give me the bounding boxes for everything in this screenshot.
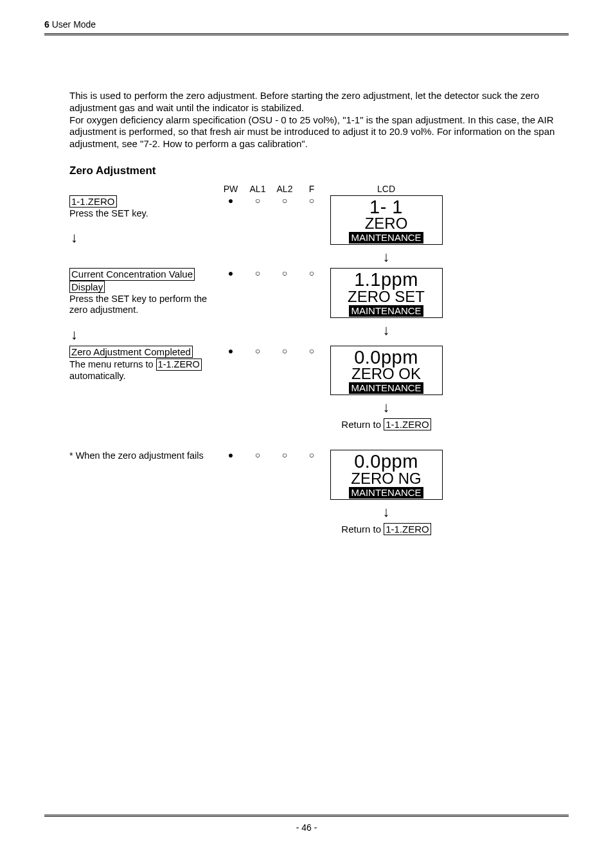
step-2-f-led	[298, 268, 325, 278]
step-3-desc-suffix: automatically.	[69, 371, 126, 381]
step-1-al1-led	[244, 195, 271, 206]
step-3-pw-led	[217, 346, 244, 356]
step-1-left: 1-1.ZERO Press the SET key.	[69, 195, 217, 249]
step-1-f-led	[298, 195, 325, 206]
section-title: Zero Adjustment	[69, 164, 569, 177]
step-1-pw-led	[217, 195, 244, 206]
footer-rule	[44, 815, 569, 817]
lcd-tag: MAINTENANCE	[349, 487, 423, 499]
step-4-note: * When the zero adjustment fails	[69, 450, 212, 461]
step-2-title-line1: Current Concentration Value	[69, 268, 195, 280]
step-2-desc: Press the SET key to perform the zero ad…	[69, 294, 212, 316]
step-3-lcd: 0.0ppm ZERO OK MAINTENANCE	[330, 346, 443, 396]
step-1-lcd-col: 1- 1 ZERO MAINTENANCE	[325, 195, 447, 269]
page-footer: - 46 -	[0, 822, 613, 833]
step-1-al2-led	[271, 195, 298, 206]
step-2-al2-led	[271, 268, 298, 278]
step-4-lcd: 0.0ppm ZERO NG MAINTENANCE	[330, 450, 443, 500]
lcd-line1: 1.1ppm	[332, 270, 441, 289]
step-2-al1-led	[244, 268, 271, 278]
step-2-pw-led	[217, 268, 244, 278]
down-arrow-icon	[325, 249, 447, 265]
page-content: This is used to perform the zero adjustm…	[69, 90, 569, 535]
step-3-desc-box: 1-1.ZERO	[156, 359, 202, 371]
col-lcd: LCD	[325, 184, 447, 195]
step-4-left: * When the zero adjustment fails	[69, 450, 217, 461]
intro-para-2: For oxygen deficiency alarm specificatio…	[69, 114, 569, 150]
lcd-tag: MAINTENANCE	[349, 232, 423, 244]
step-4-lcd-col: 0.0ppm ZERO NG MAINTENANCE Return to 1-1…	[325, 450, 447, 535]
lcd-line2: ZERO OK	[332, 366, 441, 382]
down-arrow-icon	[325, 504, 447, 520]
step-2-left: Current Concentration Value Display Pres…	[69, 268, 217, 345]
page-header: 6 User Mode	[44, 19, 96, 30]
step-2-title-line2: Display	[69, 281, 105, 293]
step-3-title: Zero Adjustment Completed	[69, 346, 193, 358]
col-pw: PW	[217, 184, 244, 195]
lcd-line1: 0.0ppm	[332, 348, 441, 367]
down-arrow-icon	[71, 326, 212, 343]
step-3-f-led	[298, 346, 325, 356]
lcd-line2: ZERO NG	[332, 470, 441, 486]
lcd-line1: 1- 1	[332, 197, 441, 217]
chapter-title: User Mode	[52, 19, 96, 30]
step-4-al1-led	[244, 450, 271, 460]
step-1-lcd: 1- 1 ZERO MAINTENANCE	[330, 195, 443, 245]
return-prefix: Return to	[341, 419, 384, 430]
step-4-pw-led	[217, 450, 244, 460]
return-box: 1-1.ZERO	[384, 523, 431, 535]
down-arrow-icon	[71, 229, 212, 246]
lcd-line1: 0.0ppm	[332, 452, 441, 471]
page-number: - 46 -	[296, 822, 317, 833]
down-arrow-icon	[325, 322, 447, 339]
step-4-f-led	[298, 450, 325, 460]
step-3-left: Zero Adjustment Completed The menu retur…	[69, 346, 217, 382]
return-prefix: Return to	[341, 524, 384, 535]
step-3-return: Return to 1-1.ZERO	[325, 418, 447, 430]
return-box: 1-1.ZERO	[384, 418, 431, 430]
intro-text: This is used to perform the zero adjustm…	[69, 90, 569, 150]
lcd-line2: ZERO SET	[332, 288, 441, 305]
lcd-tag: MAINTENANCE	[349, 382, 423, 394]
down-arrow-icon	[325, 399, 447, 416]
lcd-line2: ZERO	[332, 215, 441, 231]
col-al2: AL2	[271, 184, 298, 195]
intro-para-1: This is used to perform the zero adjustm…	[69, 90, 569, 114]
step-3-lcd-col: 0.0ppm ZERO OK MAINTENANCE Return to 1-1…	[325, 346, 447, 431]
col-al1: AL1	[244, 184, 271, 195]
col-f: F	[298, 184, 325, 195]
step-3-desc-prefix: The menu returns to	[69, 359, 156, 369]
step-2-lcd: 1.1ppm ZERO SET MAINTENANCE	[330, 268, 443, 318]
step-3-al1-led	[244, 346, 271, 356]
chapter-number: 6	[44, 19, 49, 30]
lcd-tag: MAINTENANCE	[349, 305, 423, 317]
step-2-lcd-col: 1.1ppm ZERO SET MAINTENANCE	[325, 268, 447, 341]
step-4-return: Return to 1-1.ZERO	[325, 523, 447, 535]
step-1-desc: Press the SET key.	[69, 208, 212, 219]
step-1-title: 1-1.ZERO	[69, 195, 117, 208]
step-3-desc: The menu returns to 1-1.ZERO automatical…	[69, 359, 212, 382]
zero-adjustment-table: PW AL1 AL2 F LCD 1-1.ZERO Press the SET …	[69, 184, 569, 535]
step-3-al2-led	[271, 346, 298, 356]
step-4-al2-led	[271, 450, 298, 460]
header-rule	[44, 33, 569, 35]
